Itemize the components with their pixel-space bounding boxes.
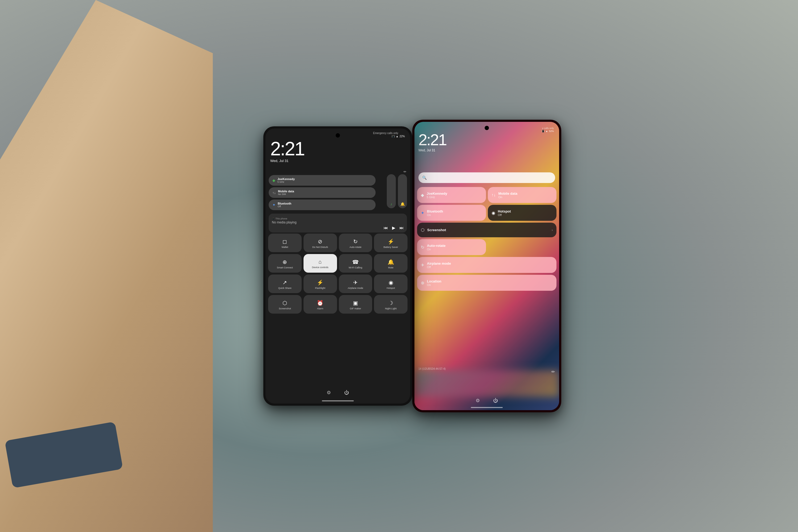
volume-slider[interactable]: ♪ bbox=[387, 174, 396, 208]
left-network-row: ◆ JoeKennedy 5 GHz ↑↓ Mobile data No SIM… bbox=[269, 175, 376, 210]
flashlight-tile[interactable]: ⚡ Flashlight bbox=[304, 274, 337, 293]
screenshot-tile[interactable]: ⬡ Screenshot bbox=[268, 295, 302, 314]
night-light-tile[interactable]: ☽ Night Light bbox=[374, 295, 407, 314]
wifi-icon: ◆ bbox=[272, 178, 275, 183]
right-phone-screen: y calls only 📳 ▲ 52% 2:21 Wed, Jul 31 🔍 bbox=[414, 122, 559, 410]
alarm-tile[interactable]: ⏰ Alarm bbox=[304, 295, 337, 314]
smart-connect-tile[interactable]: ⊕ Smart Connect bbox=[268, 254, 302, 273]
battery-left: 22% bbox=[400, 135, 405, 138]
airplane-icon: ✈ bbox=[353, 279, 358, 286]
left-media-player: 📱 This phone No media playing ⏮ ▶ ⏭ bbox=[269, 214, 407, 232]
left-date: Wed, Jul 31 bbox=[270, 159, 304, 163]
wifi-status-icon: ▲ bbox=[396, 135, 398, 138]
right-power-button[interactable]: ⏻ bbox=[493, 398, 498, 403]
rp-autorotate-text: Auto-rotate On bbox=[427, 244, 445, 251]
battery-saver-tile[interactable]: ⚡ Battery Saver bbox=[374, 233, 407, 252]
bluetooth-tile[interactable]: ✦ Bluetooth Off bbox=[269, 200, 376, 210]
bell-icon: 🔔 bbox=[400, 202, 405, 206]
mobile-data-icon: ↑↓ bbox=[272, 191, 276, 195]
left-phone-screen: Emergency calls only 📳 ▲ 22% 2:21 Wed, J… bbox=[265, 129, 410, 403]
rp-bluetooth-tile[interactable]: ✦ Bluetooth On bbox=[417, 205, 486, 221]
dnd-tile[interactable]: ⊘ Do Not Disturb bbox=[304, 233, 337, 252]
right-camera bbox=[484, 126, 489, 130]
phones-container: Emergency calls only 📳 ▲ 22% 2:21 Wed, J… bbox=[66, 13, 758, 519]
right-phone: y calls only 📳 ▲ 52% 2:21 Wed, Jul 31 🔍 bbox=[412, 120, 561, 412]
brightness-slider[interactable]: 🔔 bbox=[398, 174, 407, 208]
airplane-mode-tile[interactable]: ✈ Airplane mode bbox=[339, 274, 373, 293]
gif-maker-icon: ▣ bbox=[353, 300, 358, 306]
right-time: 2:21 bbox=[418, 132, 446, 148]
bluetooth-tile-text: Bluetooth Off bbox=[278, 202, 291, 208]
mobile-tile-text: Mobile data No SIM bbox=[278, 190, 294, 195]
device-controls-tile[interactable]: ⌂ Device controls bbox=[304, 254, 337, 273]
rp-location-text: Location On bbox=[427, 279, 441, 286]
quick-share-icon: ↗ bbox=[283, 279, 287, 286]
right-battery: 52% bbox=[549, 130, 554, 132]
night-light-icon: ☽ bbox=[388, 300, 393, 306]
this-phone-text: 📱 This phone bbox=[272, 217, 287, 220]
rp-screenshot-wide[interactable]: ⬡ Screenshot › bbox=[417, 223, 556, 237]
rp-bluetooth-icon: ✦ bbox=[421, 210, 424, 215]
search-icon: 🔍 bbox=[422, 175, 427, 180]
quick-share-tile[interactable]: ↗ Quick Share bbox=[268, 274, 302, 293]
rp-location-icon: ⊕ bbox=[421, 280, 424, 285]
battery-saver-icon: ⚡ bbox=[387, 238, 394, 245]
rp-autorotate-tile[interactable]: ↻ Auto-rotate On bbox=[417, 239, 486, 255]
right-settings-button[interactable]: ⚙ bbox=[476, 398, 480, 403]
rp-hotspot-tile[interactable]: ◉ Hotspot Off bbox=[488, 205, 557, 221]
mobile-data-tile[interactable]: ↑↓ Mobile data No SIM bbox=[269, 187, 376, 198]
left-edit-icon[interactable]: ✏ bbox=[403, 170, 406, 174]
rp-wifi-tile[interactable]: ◆ JoeKennedy 5 GHz bbox=[417, 187, 486, 203]
wallet-tile[interactable]: ◻ Wallet bbox=[268, 233, 302, 252]
screenshot-tile-left: ⬡ Screenshot bbox=[421, 227, 446, 232]
hotspot-icon: ◉ bbox=[388, 279, 393, 286]
rp-hotspot-text: Hotspot Off bbox=[498, 209, 511, 216]
flashlight-icon: ⚡ bbox=[317, 279, 323, 286]
next-button[interactable]: ⏭ bbox=[400, 226, 404, 230]
right-calls-only: y calls only bbox=[542, 127, 554, 130]
rp-wifi-icon: ◆ bbox=[421, 193, 424, 198]
right-home-indicator bbox=[471, 407, 503, 408]
mute-tile[interactable]: 🔔 Mute bbox=[374, 254, 407, 273]
bluetooth-icon: ✦ bbox=[272, 203, 276, 207]
wifi-tile-text: JoeKennedy 5 GHz bbox=[278, 177, 295, 183]
rp-mobile-tile[interactable]: ↑↓ Mobile data On bbox=[488, 187, 557, 203]
rp-screenshot-icon: ⬡ bbox=[421, 227, 424, 232]
gif-maker-tile[interactable]: ▣ GIF maker bbox=[339, 295, 373, 314]
left-settings-button[interactable]: ⚙ bbox=[327, 390, 331, 396]
right-status-icons: 📳 ▲ 52% bbox=[542, 130, 554, 132]
right-edit-icon[interactable]: ✏ bbox=[551, 369, 555, 374]
right-status-right: y calls only 📳 ▲ 52% bbox=[542, 127, 554, 132]
autorotate-icon: ↻ bbox=[353, 238, 358, 245]
music-icon: ♪ bbox=[391, 202, 392, 206]
prev-button[interactable]: ⏮ bbox=[384, 226, 388, 230]
left-time-section: 2:21 Wed, Jul 31 bbox=[270, 139, 304, 163]
screenshot-chevron: › bbox=[552, 228, 553, 232]
rp-airplane-tile[interactable]: ✈ Airplane mode Off bbox=[417, 257, 556, 273]
left-time: 2:21 bbox=[270, 139, 304, 158]
left-qs-grid: ◻ Wallet ⊘ Do Not Disturb ↻ Auto-rotate … bbox=[268, 233, 407, 314]
device-controls-icon: ⌂ bbox=[319, 259, 322, 265]
wifi-calling-tile[interactable]: ☎ Wi-Fi Calling bbox=[339, 254, 373, 273]
rp-screenshot-tile[interactable]: ⬡ Screenshot › bbox=[417, 223, 556, 237]
mute-icon: 🔔 bbox=[387, 259, 394, 265]
left-camera bbox=[336, 133, 340, 137]
media-controls: ⏮ ▶ ⏭ bbox=[272, 225, 404, 230]
autorotate-tile[interactable]: ↻ Auto-rotate bbox=[339, 233, 373, 252]
rp-autorotate-icon: ↻ bbox=[421, 245, 424, 250]
alarm-icon: ⏰ bbox=[317, 300, 323, 306]
play-button[interactable]: ▶ bbox=[392, 225, 395, 230]
emergency-text: Emergency calls only bbox=[373, 132, 398, 135]
wifi-tile[interactable]: ◆ JoeKennedy 5 GHz bbox=[269, 175, 376, 186]
right-time-section: 2:21 Wed, Jul 31 bbox=[418, 132, 446, 152]
right-emergency-abbrev: y calls only bbox=[542, 127, 554, 130]
smart-connect-icon: ⊕ bbox=[283, 259, 287, 265]
right-search-bar[interactable]: 🔍 bbox=[418, 172, 555, 183]
rp-bluetooth-text: Bluetooth On bbox=[427, 209, 443, 216]
hotspot-tile[interactable]: ◉ Hotspot bbox=[374, 274, 407, 293]
right-version: 14 (U2UBS34.44-57-4) bbox=[418, 367, 445, 370]
right-bottom-bar: ⚙ ⏻ bbox=[414, 398, 559, 403]
left-power-button[interactable]: ⏻ bbox=[344, 390, 349, 396]
wallet-icon: ◻ bbox=[283, 238, 287, 245]
rp-location-tile[interactable]: ⊕ Location On bbox=[417, 275, 556, 291]
